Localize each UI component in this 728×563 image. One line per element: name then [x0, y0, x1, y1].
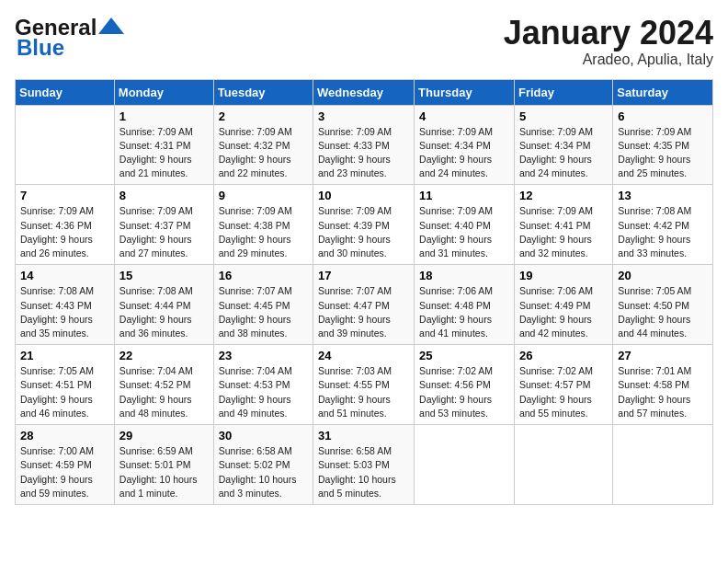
calendar-cell: 22Sunrise: 7:04 AMSunset: 4:52 PMDayligh… [114, 345, 213, 425]
day-info: Sunrise: 7:09 AMSunset: 4:31 PMDaylight:… [119, 125, 209, 181]
calendar-cell: 19Sunrise: 7:06 AMSunset: 4:49 PMDayligh… [514, 265, 612, 345]
calendar-cell: 8Sunrise: 7:09 AMSunset: 4:37 PMDaylight… [114, 185, 213, 265]
day-info: Sunrise: 7:00 AMSunset: 4:59 PMDaylight:… [20, 444, 109, 500]
calendar-cell: 7Sunrise: 7:09 AMSunset: 4:36 PMDaylight… [16, 185, 115, 265]
calendar-cell: 14Sunrise: 7:08 AMSunset: 4:43 PMDayligh… [16, 265, 115, 345]
day-number: 9 [219, 189, 308, 202]
day-number: 15 [119, 269, 209, 282]
day-number: 30 [219, 429, 308, 442]
calendar-cell: 2Sunrise: 7:09 AMSunset: 4:32 PMDaylight… [213, 105, 313, 185]
calendar-cell: 27Sunrise: 7:01 AMSunset: 4:58 PMDayligh… [613, 345, 713, 425]
day-number: 3 [318, 109, 409, 123]
calendar-cell: 28Sunrise: 7:00 AMSunset: 4:59 PMDayligh… [16, 425, 115, 505]
day-number: 27 [618, 349, 708, 362]
day-number: 4 [419, 109, 509, 123]
day-number: 21 [20, 349, 109, 362]
calendar-cell [415, 425, 515, 505]
day-number: 29 [119, 429, 209, 442]
day-info: Sunrise: 7:09 AMSunset: 4:39 PMDaylight:… [318, 204, 409, 260]
day-number: 12 [519, 189, 608, 202]
day-info: Sunrise: 7:06 AMSunset: 4:48 PMDaylight:… [419, 284, 509, 340]
calendar-cell: 18Sunrise: 7:06 AMSunset: 4:48 PMDayligh… [415, 265, 515, 345]
calendar-cell: 31Sunrise: 6:58 AMSunset: 5:03 PMDayligh… [313, 425, 415, 505]
weekday-header-monday: Monday [114, 79, 213, 105]
location: Aradeo, Apulia, Italy [504, 52, 713, 68]
day-number: 6 [618, 109, 708, 123]
day-number: 20 [618, 269, 708, 282]
day-number: 10 [318, 189, 409, 202]
calendar-cell: 21Sunrise: 7:05 AMSunset: 4:51 PMDayligh… [16, 345, 115, 425]
weekday-header-thursday: Thursday [415, 79, 515, 105]
weekday-header-wednesday: Wednesday [313, 79, 415, 105]
day-number: 7 [20, 189, 109, 202]
day-info: Sunrise: 6:58 AMSunset: 5:02 PMDaylight:… [219, 444, 308, 500]
calendar-cell: 3Sunrise: 7:09 AMSunset: 4:33 PMDaylight… [313, 105, 415, 185]
calendar-cell: 4Sunrise: 7:09 AMSunset: 4:34 PMDaylight… [415, 105, 515, 185]
day-info: Sunrise: 7:09 AMSunset: 4:41 PMDaylight:… [519, 204, 608, 260]
weekday-header-saturday: Saturday [613, 79, 713, 105]
day-number: 19 [519, 269, 608, 282]
day-number: 2 [219, 109, 308, 123]
day-number: 26 [519, 349, 608, 362]
weekday-header-friday: Friday [514, 79, 612, 105]
day-info: Sunrise: 7:09 AMSunset: 4:38 PMDaylight:… [219, 204, 308, 260]
day-info: Sunrise: 7:09 AMSunset: 4:34 PMDaylight:… [419, 125, 509, 181]
day-number: 18 [419, 269, 509, 282]
weekday-header-tuesday: Tuesday [213, 79, 313, 105]
day-info: Sunrise: 7:08 AMSunset: 4:42 PMDaylight:… [618, 204, 708, 260]
day-info: Sunrise: 7:04 AMSunset: 4:53 PMDaylight:… [219, 364, 308, 420]
logo-text-blue: Blue [17, 35, 64, 61]
day-info: Sunrise: 7:09 AMSunset: 4:32 PMDaylight:… [219, 125, 308, 181]
day-number: 8 [119, 189, 209, 202]
calendar-cell: 1Sunrise: 7:09 AMSunset: 4:31 PMDaylight… [114, 105, 213, 185]
day-number: 1 [119, 109, 209, 123]
calendar-cell: 13Sunrise: 7:08 AMSunset: 4:42 PMDayligh… [613, 185, 713, 265]
day-number: 22 [119, 349, 209, 362]
day-number: 16 [219, 269, 308, 282]
day-number: 5 [519, 109, 608, 123]
month-title: January 2024 [504, 15, 713, 52]
calendar-cell: 26Sunrise: 7:02 AMSunset: 4:57 PMDayligh… [514, 345, 612, 425]
calendar-cell: 23Sunrise: 7:04 AMSunset: 4:53 PMDayligh… [213, 345, 313, 425]
calendar-cell: 20Sunrise: 7:05 AMSunset: 4:50 PMDayligh… [613, 265, 713, 345]
logo: General Blue [15, 15, 124, 61]
title-area: January 2024 Aradeo, Apulia, Italy [504, 15, 713, 68]
calendar-cell: 30Sunrise: 6:58 AMSunset: 5:02 PMDayligh… [213, 425, 313, 505]
day-info: Sunrise: 7:02 AMSunset: 4:57 PMDaylight:… [519, 364, 608, 420]
day-info: Sunrise: 7:01 AMSunset: 4:58 PMDaylight:… [618, 364, 708, 420]
day-info: Sunrise: 7:09 AMSunset: 4:35 PMDaylight:… [618, 125, 708, 181]
day-info: Sunrise: 7:07 AMSunset: 4:45 PMDaylight:… [219, 284, 308, 340]
day-number: 23 [219, 349, 308, 362]
calendar-cell: 12Sunrise: 7:09 AMSunset: 4:41 PMDayligh… [514, 185, 612, 265]
day-number: 11 [419, 189, 509, 202]
day-number: 31 [318, 429, 409, 442]
day-info: Sunrise: 7:02 AMSunset: 4:56 PMDaylight:… [419, 364, 509, 420]
day-info: Sunrise: 7:09 AMSunset: 4:33 PMDaylight:… [318, 125, 409, 181]
logo-icon [98, 17, 124, 34]
calendar-cell: 24Sunrise: 7:03 AMSunset: 4:55 PMDayligh… [313, 345, 415, 425]
day-info: Sunrise: 7:09 AMSunset: 4:40 PMDaylight:… [419, 204, 509, 260]
day-info: Sunrise: 7:08 AMSunset: 4:43 PMDaylight:… [20, 284, 109, 340]
calendar-cell: 15Sunrise: 7:08 AMSunset: 4:44 PMDayligh… [114, 265, 213, 345]
svg-marker-0 [98, 17, 124, 34]
calendar-cell: 16Sunrise: 7:07 AMSunset: 4:45 PMDayligh… [213, 265, 313, 345]
day-info: Sunrise: 6:58 AMSunset: 5:03 PMDaylight:… [318, 444, 409, 500]
day-info: Sunrise: 7:09 AMSunset: 4:34 PMDaylight:… [519, 125, 608, 181]
calendar-cell: 11Sunrise: 7:09 AMSunset: 4:40 PMDayligh… [415, 185, 515, 265]
calendar-cell: 5Sunrise: 7:09 AMSunset: 4:34 PMDaylight… [514, 105, 612, 185]
day-number: 24 [318, 349, 409, 362]
calendar-cell: 29Sunrise: 6:59 AMSunset: 5:01 PMDayligh… [114, 425, 213, 505]
day-number: 25 [419, 349, 509, 362]
day-number: 13 [618, 189, 708, 202]
day-info: Sunrise: 7:09 AMSunset: 4:36 PMDaylight:… [20, 204, 109, 260]
day-info: Sunrise: 7:05 AMSunset: 4:51 PMDaylight:… [20, 364, 109, 420]
day-info: Sunrise: 7:03 AMSunset: 4:55 PMDaylight:… [318, 364, 409, 420]
calendar-cell: 6Sunrise: 7:09 AMSunset: 4:35 PMDaylight… [613, 105, 713, 185]
calendar-cell [16, 105, 115, 185]
calendar-cell: 17Sunrise: 7:07 AMSunset: 4:47 PMDayligh… [313, 265, 415, 345]
weekday-header-sunday: Sunday [16, 79, 115, 105]
calendar-cell: 25Sunrise: 7:02 AMSunset: 4:56 PMDayligh… [415, 345, 515, 425]
calendar-cell [613, 425, 713, 505]
day-info: Sunrise: 7:04 AMSunset: 4:52 PMDaylight:… [119, 364, 209, 420]
day-info: Sunrise: 7:09 AMSunset: 4:37 PMDaylight:… [119, 204, 209, 260]
